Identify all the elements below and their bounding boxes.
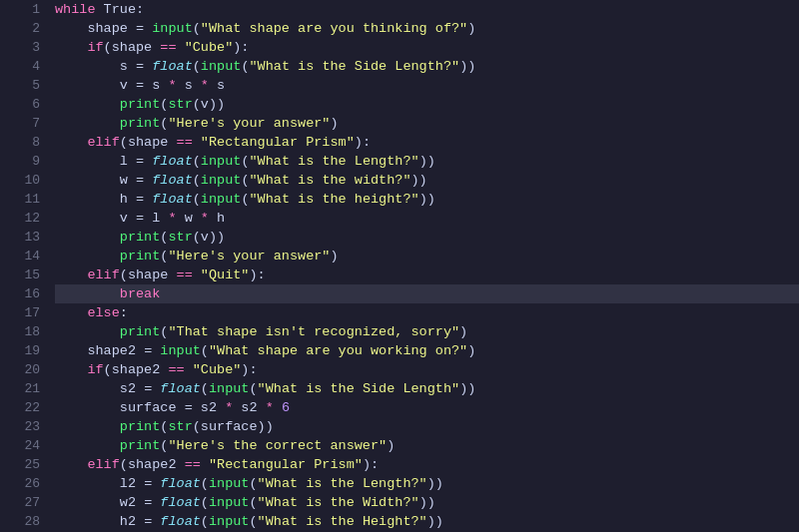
line-num-26: 26 (0, 474, 40, 493)
code-line-24: print("Here's the correct answer") (55, 436, 799, 455)
line-num-9: 9 (0, 152, 40, 171)
line-num-18: 18 (0, 322, 40, 341)
line-num-5: 5 (0, 76, 40, 95)
code-line-16: break (55, 284, 799, 303)
code-line-21: s2 = float(input("What is the Side Lengt… (55, 379, 799, 398)
line-num-10: 10 (0, 171, 40, 190)
code-line-6: print(str(v)) (55, 95, 799, 114)
code-line-25: elif(shape2 == "Rectangular Prism"): (55, 455, 799, 474)
line-num-17: 17 (0, 303, 40, 322)
code-line-11: h = float(input("What is the height?")) (55, 190, 799, 209)
line-num-22: 22 (0, 398, 40, 417)
line-num-1: 1 (0, 0, 40, 19)
line-num-24: 24 (0, 436, 40, 455)
code-line-2: shape = input("What shape are you thinki… (55, 19, 799, 38)
line-num-4: 4 (0, 57, 40, 76)
code-line-22: surface = s2 * s2 * 6 (55, 398, 799, 417)
code-line-26: l2 = float(input("What is the Length?")) (55, 474, 799, 493)
line-num-7: 7 (0, 114, 40, 133)
code-line-13: print(str(v)) (55, 228, 799, 247)
code-content[interactable]: while True: shape = input("What shape ar… (50, 0, 799, 532)
code-line-23: print(str(surface)) (55, 417, 799, 436)
line-num-11: 11 (0, 190, 40, 209)
line-num-20: 20 (0, 360, 40, 379)
line-num-28: 28 (0, 512, 40, 531)
line-num-19: 19 (0, 341, 40, 360)
line-numbers: 1 2 3 4 5 6 7 8 9 10 11 12 13 14 15 16 1… (0, 0, 50, 532)
code-line-19: shape2 = input("What shape are you worki… (55, 341, 799, 360)
code-line-28: h2 = float(input("What is the Height?")) (55, 512, 799, 531)
line-num-12: 12 (0, 209, 40, 228)
line-num-13: 13 (0, 228, 40, 247)
code-line-14: print("Here's your answer") (55, 247, 799, 266)
line-num-3: 3 (0, 38, 40, 57)
line-num-8: 8 (0, 133, 40, 152)
code-editor: 1 2 3 4 5 6 7 8 9 10 11 12 13 14 15 16 1… (0, 0, 799, 532)
code-line-7: print("Here's your answer") (55, 114, 799, 133)
code-line-9: l = float(input("What is the Length?")) (55, 152, 799, 171)
line-num-15: 15 (0, 266, 40, 284)
line-num-21: 21 (0, 379, 40, 398)
line-num-16: 16 (0, 284, 40, 303)
code-line-3: if(shape == "Cube"): (55, 38, 799, 57)
line-num-6: 6 (0, 95, 40, 114)
code-line-8: elif(shape == "Rectangular Prism"): (55, 133, 799, 152)
code-line-1: while True: (55, 0, 799, 19)
code-line-20: if(shape2 == "Cube"): (55, 360, 799, 379)
line-num-23: 23 (0, 417, 40, 436)
line-num-2: 2 (0, 19, 40, 38)
line-num-14: 14 (0, 247, 40, 266)
line-num-27: 27 (0, 493, 40, 512)
line-num-25: 25 (0, 455, 40, 474)
code-line-10: w = float(input("What is the width?")) (55, 171, 799, 190)
code-line-27: w2 = float(input("What is the Width?")) (55, 493, 799, 512)
code-line-5: v = s * s * s (55, 76, 799, 95)
code-line-12: v = l * w * h (55, 209, 799, 228)
code-line-15: elif(shape == "Quit"): (55, 266, 799, 284)
code-line-18: print("That shape isn't recognized, sorr… (55, 322, 799, 341)
code-line-17: else: (55, 303, 799, 322)
code-line-4: s = float(input("What is the Side Length… (55, 57, 799, 76)
